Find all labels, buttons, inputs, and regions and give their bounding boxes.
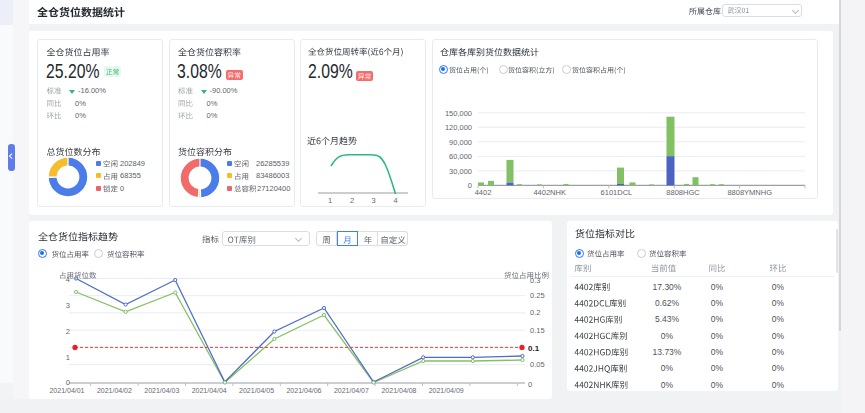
- svg-text:1: 1: [328, 196, 332, 205]
- svg-text:120,000: 120,000: [445, 123, 472, 132]
- svg-text:4: 4: [66, 275, 70, 284]
- svg-text:0.05: 0.05: [530, 360, 545, 369]
- svg-text:90,000: 90,000: [449, 138, 472, 147]
- svg-text:2021/04/09: 2021/04/09: [429, 387, 464, 394]
- svg-text:8808HGC: 8808HGC: [666, 188, 700, 197]
- svg-text:2021/04/05: 2021/04/05: [239, 387, 274, 394]
- svg-text:2021/04/06: 2021/04/06: [286, 387, 321, 394]
- svg-text:2021/04/03: 2021/04/03: [144, 387, 179, 394]
- svg-text:2: 2: [66, 327, 70, 336]
- svg-text:3: 3: [372, 196, 376, 205]
- svg-text:3: 3: [66, 301, 70, 310]
- svg-text:0.15: 0.15: [530, 326, 545, 335]
- svg-text:0.25: 0.25: [530, 291, 545, 300]
- svg-text:30,000: 30,000: [449, 167, 472, 176]
- svg-text:4402: 4402: [475, 188, 492, 197]
- svg-text:4: 4: [394, 196, 398, 205]
- svg-text:0.1: 0.1: [528, 344, 540, 353]
- svg-text:60,000: 60,000: [449, 152, 472, 161]
- svg-text:8808YMNHG: 8808YMNHG: [727, 188, 772, 197]
- svg-text:0: 0: [66, 378, 70, 387]
- svg-text:2021/04/04: 2021/04/04: [192, 387, 227, 394]
- svg-text:150,000: 150,000: [445, 109, 472, 118]
- svg-text:1: 1: [66, 353, 70, 362]
- svg-text:2021/04/07: 2021/04/07: [334, 387, 369, 394]
- svg-text:0.2: 0.2: [530, 308, 540, 317]
- svg-text:0: 0: [528, 380, 532, 389]
- svg-text:2021/04/08: 2021/04/08: [381, 387, 416, 394]
- svg-text:0: 0: [468, 181, 472, 190]
- svg-text:0.3: 0.3: [530, 276, 540, 285]
- svg-text:2: 2: [350, 196, 354, 205]
- svg-text:6101DCL: 6101DCL: [601, 188, 633, 197]
- svg-text:2021/04/02: 2021/04/02: [97, 387, 132, 394]
- svg-text:2021/04/01: 2021/04/01: [49, 387, 84, 394]
- svg-text:4402NHK: 4402NHK: [533, 188, 566, 197]
